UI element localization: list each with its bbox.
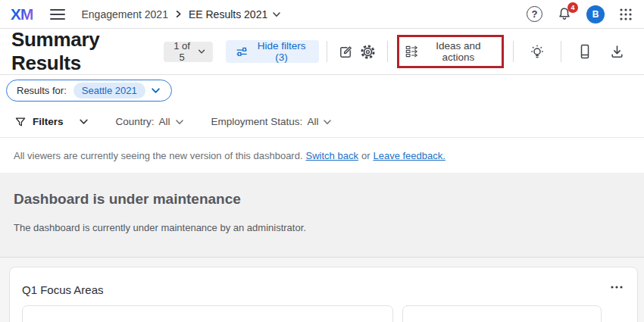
filter-country-label: Country:: [116, 116, 155, 127]
leave-feedback-link[interactable]: Leave feedback.: [373, 150, 445, 161]
ideas-actions-icon: [405, 44, 418, 59]
edit-icon: [338, 44, 354, 60]
mobile-phone-icon: [577, 43, 593, 60]
mobile-preview-button[interactable]: [572, 39, 598, 64]
hamburger-menu-icon[interactable]: [50, 6, 65, 23]
funnel-icon: [14, 116, 27, 128]
filters-label: Filters: [33, 116, 64, 127]
page-selector-dropdown[interactable]: 1 of 5: [164, 42, 213, 62]
filter-country-value: All: [159, 116, 170, 127]
filter-country[interactable]: Country: All: [116, 116, 184, 127]
filter-employment-value: All: [307, 116, 318, 127]
banner-message: All viewers are currently seeing the new…: [14, 150, 303, 161]
maintenance-message: The dashboard is currently under mainten…: [14, 222, 630, 233]
top-nav-bar: XM Engagement 2021 EE Results 2021 ? 4 B: [0, 0, 644, 29]
app-grid-button[interactable]: [618, 7, 633, 22]
results-for-row: Results for: Seattle 2021: [0, 75, 644, 106]
chevron-right-icon: [174, 10, 183, 18]
notifications-button[interactable]: 4: [556, 6, 573, 23]
grid-icon: [618, 7, 633, 22]
focus-areas-card: Q1 Focus Areas: [9, 267, 638, 322]
dashboard-canvas: Q1 Focus Areas: [0, 267, 644, 322]
page-title: Summary Results: [11, 28, 153, 75]
breadcrumb-project[interactable]: Engagement 2021: [82, 8, 168, 20]
dashboard-toolbar: Summary Results 1 of 5 Hide filters (3): [0, 29, 644, 75]
chevron-down-icon: [151, 86, 161, 95]
results-for-chip[interactable]: Seattle 2021: [73, 83, 145, 98]
divider: [561, 41, 561, 62]
chevron-down-icon: [198, 47, 205, 56]
chevron-down-icon: [272, 10, 281, 19]
user-avatar[interactable]: B: [586, 5, 605, 23]
maintenance-notice: Dashboard is under maintenance The dashb…: [0, 173, 644, 258]
results-for-label: Results for:: [17, 85, 67, 96]
results-for-selector[interactable]: Results for: Seattle 2021: [6, 80, 172, 102]
xm-logo[interactable]: XM: [11, 5, 33, 23]
switch-back-link[interactable]: Switch back: [306, 150, 358, 161]
divider: [513, 41, 514, 62]
chevron-down-icon: [79, 117, 89, 127]
filters-toggle[interactable]: Filters: [14, 116, 89, 128]
filter-employment-label: Employment Status:: [211, 116, 303, 127]
hide-filters-button[interactable]: Hide filters (3): [226, 40, 319, 63]
breadcrumb: Engagement 2021 EE Results 2021: [82, 8, 282, 20]
divider: [327, 41, 327, 62]
ideas-and-actions-button[interactable]: Ideas and actions: [402, 39, 496, 64]
sliders-icon: [236, 45, 248, 59]
ellipsis-icon: [610, 285, 624, 289]
chevron-down-icon: [323, 117, 332, 127]
insights-button[interactable]: [524, 39, 550, 64]
download-icon: [609, 44, 625, 60]
maintenance-heading: Dashboard is under maintenance: [14, 191, 630, 208]
edit-dashboard-button[interactable]: [335, 39, 358, 64]
chevron-down-icon: [175, 117, 184, 127]
filters-bar: Filters Country: All Employment Status: …: [0, 106, 644, 138]
lightbulb-icon: [528, 42, 546, 61]
export-download-button[interactable]: [604, 39, 630, 64]
gear-icon: [360, 44, 376, 60]
settings-button[interactable]: [357, 39, 380, 64]
divider: [387, 41, 388, 62]
banner-conjunction: or: [361, 150, 370, 161]
widget-options-button[interactable]: [608, 283, 625, 291]
widget-placeholder[interactable]: [402, 305, 602, 322]
version-banner: All viewers are currently seeing the new…: [0, 138, 644, 173]
ideas-and-actions-annotation: Ideas and actions: [397, 35, 504, 68]
filter-employment-status[interactable]: Employment Status: All: [211, 116, 333, 127]
help-icon: ?: [527, 6, 542, 22]
breadcrumb-dashboard-selector[interactable]: EE Results 2021: [189, 8, 281, 20]
widget-placeholder[interactable]: [22, 305, 393, 322]
widget-title: Q1 Focus Areas: [22, 283, 104, 296]
help-button[interactable]: ?: [527, 6, 542, 22]
notification-count-badge: 4: [567, 2, 578, 13]
